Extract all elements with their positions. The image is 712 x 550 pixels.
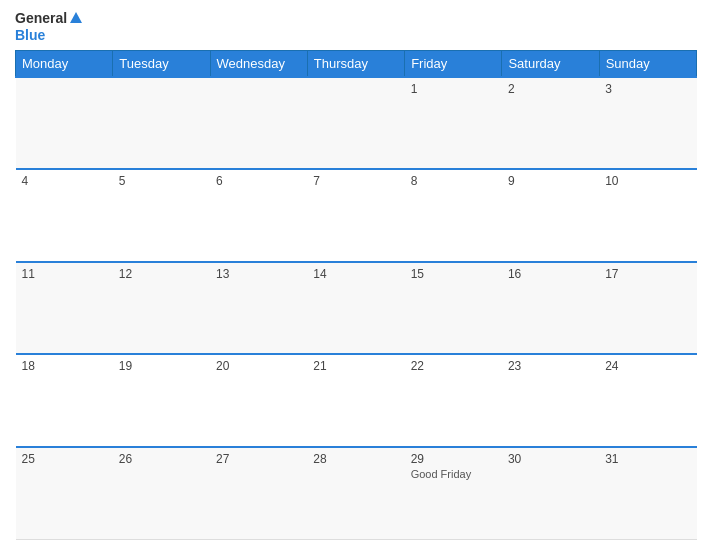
calendar-day [113,77,210,170]
calendar-day: 5 [113,169,210,262]
calendar-day: 30 [502,447,599,540]
calendar-day: 31 [599,447,696,540]
day-number: 16 [508,267,593,281]
calendar-day: 15 [405,262,502,355]
weekday-header-wednesday: Wednesday [210,50,307,77]
day-number: 3 [605,82,690,96]
calendar-week-row: 123 [16,77,697,170]
calendar-day: 25 [16,447,113,540]
calendar-day: 27 [210,447,307,540]
calendar-day: 21 [307,354,404,447]
calendar-day [210,77,307,170]
day-number: 12 [119,267,204,281]
calendar-day: 26 [113,447,210,540]
day-number: 4 [22,174,107,188]
day-number: 22 [411,359,496,373]
day-number: 27 [216,452,301,466]
calendar-day: 8 [405,169,502,262]
calendar-header: General Blue [15,10,697,44]
calendar-day: 18 [16,354,113,447]
day-number: 24 [605,359,690,373]
calendar-day: 10 [599,169,696,262]
weekday-header-row: MondayTuesdayWednesdayThursdayFridaySatu… [16,50,697,77]
calendar-day: 6 [210,169,307,262]
calendar-day: 20 [210,354,307,447]
day-number: 29 [411,452,496,466]
logo-triangle-icon [70,12,82,23]
calendar-day: 9 [502,169,599,262]
day-number: 28 [313,452,398,466]
day-number: 19 [119,359,204,373]
calendar-day: 13 [210,262,307,355]
calendar-day: 29Good Friday [405,447,502,540]
day-number: 11 [22,267,107,281]
day-number: 2 [508,82,593,96]
calendar-week-row: 45678910 [16,169,697,262]
day-number: 21 [313,359,398,373]
calendar-day: 19 [113,354,210,447]
day-number: 30 [508,452,593,466]
calendar-day-empty [16,77,113,170]
logo-general-text: General [15,10,67,27]
calendar-day [307,77,404,170]
weekday-header-saturday: Saturday [502,50,599,77]
weekday-header-monday: Monday [16,50,113,77]
calendar-day: 11 [16,262,113,355]
day-number: 25 [22,452,107,466]
day-number: 13 [216,267,301,281]
day-number: 5 [119,174,204,188]
logo-blue-text: Blue [15,27,82,44]
calendar-day: 12 [113,262,210,355]
calendar-week-row: 2526272829Good Friday3031 [16,447,697,540]
calendar-day: 7 [307,169,404,262]
day-number: 7 [313,174,398,188]
calendar-day: 14 [307,262,404,355]
day-number: 1 [411,82,496,96]
weekday-header-sunday: Sunday [599,50,696,77]
day-number: 9 [508,174,593,188]
calendar-day: 2 [502,77,599,170]
calendar-table: MondayTuesdayWednesdayThursdayFridaySatu… [15,50,697,540]
calendar-day: 16 [502,262,599,355]
day-number: 26 [119,452,204,466]
holiday-label: Good Friday [411,468,496,480]
day-number: 31 [605,452,690,466]
weekday-header-thursday: Thursday [307,50,404,77]
day-number: 6 [216,174,301,188]
weekday-header-tuesday: Tuesday [113,50,210,77]
calendar-day: 24 [599,354,696,447]
calendar-day: 17 [599,262,696,355]
day-number: 8 [411,174,496,188]
day-number: 17 [605,267,690,281]
day-number: 23 [508,359,593,373]
calendar-day: 1 [405,77,502,170]
calendar-week-row: 18192021222324 [16,354,697,447]
day-number: 10 [605,174,690,188]
calendar-week-row: 11121314151617 [16,262,697,355]
weekday-header-friday: Friday [405,50,502,77]
logo: General Blue [15,10,82,44]
calendar-day: 22 [405,354,502,447]
calendar-day: 3 [599,77,696,170]
day-number: 20 [216,359,301,373]
calendar-day: 4 [16,169,113,262]
day-number: 14 [313,267,398,281]
day-number: 15 [411,267,496,281]
calendar-day: 23 [502,354,599,447]
day-number: 18 [22,359,107,373]
calendar-day: 28 [307,447,404,540]
